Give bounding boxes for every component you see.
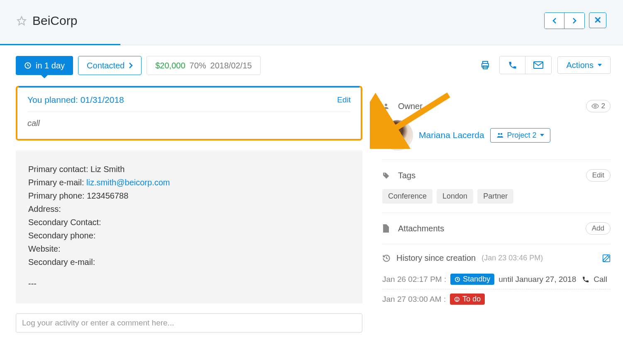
svg-point-11 <box>500 133 502 135</box>
primary-contact-value: Liz Smith <box>90 165 125 174</box>
next-button[interactable] <box>564 13 584 29</box>
svg-rect-13 <box>603 255 610 262</box>
secondary-contact-label: Secondary Contact: <box>28 218 101 227</box>
history-section: History since creation (Jan 23 03:46 PM)… <box>382 244 611 318</box>
history-since: (Jan 23 03:46 PM) <box>481 254 543 262</box>
tag-item[interactable]: Conference <box>382 189 432 204</box>
attachments-add-button[interactable]: Add <box>586 222 611 235</box>
history-timestamp: Jan 27 03:00 AM : <box>382 295 446 304</box>
tag-item[interactable]: London <box>437 189 473 204</box>
tags-section: Tags Edit Conference London Partner <box>382 160 611 213</box>
prev-button[interactable] <box>545 13 564 29</box>
secondary-phone-label: Secondary phone: <box>28 231 95 240</box>
planned-activity-card: You planned: 01/31/2018 Edit call <box>16 86 362 141</box>
project-dropdown[interactable]: Project 2 <box>490 128 550 143</box>
primary-phone-value: 123456788 <box>87 191 128 200</box>
info-separator: --- <box>28 279 350 289</box>
deal-amount: $20,000 <box>155 61 185 70</box>
svg-marker-0 <box>17 17 26 25</box>
history-item: Jan 27 03:00 AM : To do <box>382 289 611 309</box>
history-icon <box>382 254 391 262</box>
history-after-text: until January 27, 2018 <box>498 275 576 284</box>
page-title: BeiCorp <box>32 14 77 28</box>
history-trailing: Call <box>594 275 607 284</box>
status-pill[interactable]: Contacted <box>78 56 142 75</box>
svg-point-12 <box>384 174 385 175</box>
deal-probability: 70% <box>190 61 206 70</box>
print-button[interactable] <box>477 57 494 73</box>
tag-item[interactable]: Partner <box>477 189 513 204</box>
tags-edit-button[interactable]: Edit <box>586 169 611 182</box>
history-badge-label: To do <box>462 295 481 303</box>
history-badge-todo: To do <box>450 294 485 305</box>
address-label: Address: <box>28 204 61 214</box>
svg-point-17 <box>457 300 457 301</box>
deal-pill[interactable]: $20,000 70% 2018/02/15 <box>147 56 260 75</box>
history-badge-label: Standby <box>463 275 490 284</box>
chevron-down-icon <box>540 134 544 136</box>
deal-close-date: 2018/02/15 <box>210 61 252 70</box>
actions-label: Actions <box>566 61 594 70</box>
primary-email-label: Primary e-mail: <box>28 178 84 187</box>
project-label: Project 2 <box>507 131 537 140</box>
tags-list: Conference London Partner <box>382 189 611 204</box>
phone-icon <box>582 276 589 283</box>
status-label: Contacted <box>87 61 125 70</box>
contact-info-box: Primary contact: Liz Smith Primary e-mai… <box>16 150 362 303</box>
close-button[interactable]: ✕ <box>589 12 606 28</box>
comment-input[interactable]: Log your activity or enter a comment her… <box>16 313 362 332</box>
views-count: 2 <box>601 102 605 110</box>
history-timestamp: Jan 26 02:17 PM : <box>382 275 446 284</box>
nav-pager <box>544 12 585 29</box>
call-button[interactable] <box>500 56 525 74</box>
svg-line-2 <box>382 95 449 136</box>
email-button[interactable] <box>525 56 551 74</box>
due-pill[interactable]: in 1 day <box>16 56 73 75</box>
svg-point-9 <box>594 105 596 107</box>
primary-email-link[interactable]: liz.smith@beicorp.com <box>86 178 170 187</box>
attachments-section: Attachments Add <box>382 213 611 244</box>
planned-edit-link[interactable]: Edit <box>337 95 351 104</box>
views-badge: 2 <box>586 100 611 112</box>
annotation-arrow <box>370 91 453 149</box>
history-edit-button[interactable] <box>602 254 611 262</box>
chevron-down-icon <box>598 64 602 66</box>
website-label: Website: <box>28 244 60 253</box>
star-icon[interactable] <box>17 16 27 26</box>
due-label: in 1 day <box>36 61 65 70</box>
secondary-email-label: Secondary e-mail: <box>28 257 95 267</box>
tags-icon <box>382 172 391 179</box>
file-icon <box>382 224 391 233</box>
planned-note: call <box>27 119 351 128</box>
history-badge-standby: Standby <box>450 274 494 285</box>
attachments-label: Attachments <box>398 224 444 233</box>
history-label: History since creation <box>396 253 476 263</box>
actions-dropdown[interactable]: Actions <box>557 56 611 74</box>
tags-label: Tags <box>398 171 415 180</box>
primary-contact-label: Primary contact: <box>28 165 88 174</box>
planned-title: You planned: 01/31/2018 <box>27 95 124 105</box>
history-item: Jan 26 02:17 PM : Standby until January … <box>382 269 611 289</box>
contact-action-group <box>499 56 552 74</box>
svg-point-10 <box>498 133 500 135</box>
primary-phone-label: Primary phone: <box>28 191 85 200</box>
